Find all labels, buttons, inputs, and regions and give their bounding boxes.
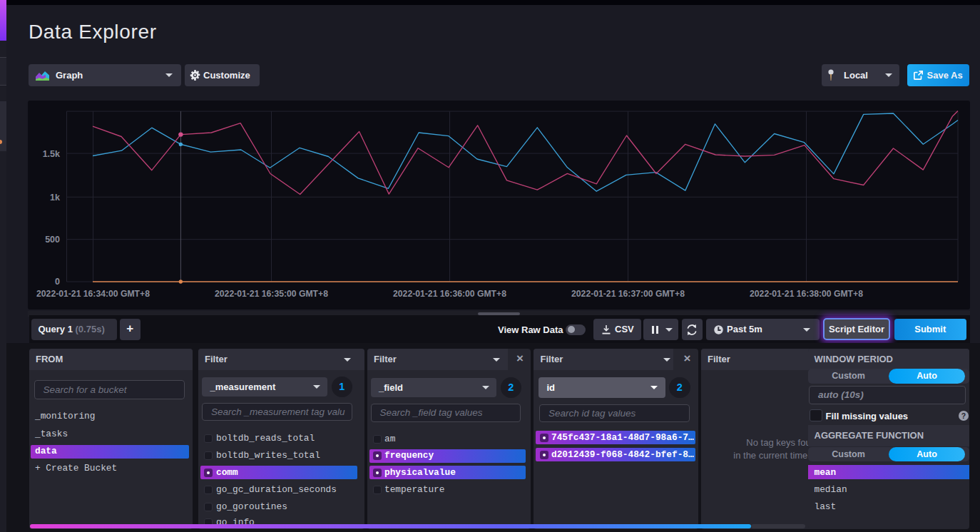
svg-text:0: 0 xyxy=(55,277,60,287)
svg-text:1k: 1k xyxy=(50,192,60,202)
svg-text:2022-01-21 16:36:00 GMT+8: 2022-01-21 16:36:00 GMT+8 xyxy=(393,288,506,298)
svg-text:1.5k: 1.5k xyxy=(43,148,60,158)
svg-text:2022-01-21 16:37:00 GMT+8: 2022-01-21 16:37:00 GMT+8 xyxy=(571,288,685,298)
svg-text:2022-01-21 16:38:00 GMT+8: 2022-01-21 16:38:00 GMT+8 xyxy=(750,288,863,298)
svg-text:2022-01-21 16:34:00 GMT+8: 2022-01-21 16:34:00 GMT+8 xyxy=(36,288,150,298)
svg-text:2022-01-21 16:35:00 GMT+8: 2022-01-21 16:35:00 GMT+8 xyxy=(215,288,328,298)
svg-text:500: 500 xyxy=(45,235,60,245)
